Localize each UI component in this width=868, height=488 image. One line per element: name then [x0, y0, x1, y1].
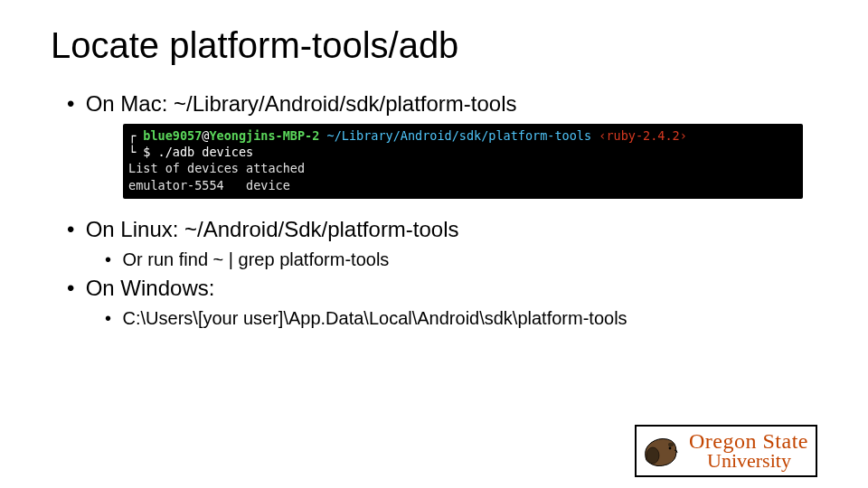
bullet-windows: • On Windows: — [67, 276, 817, 301]
bullet-windows-sub: • C:\Users\[your user]\App.Data\Local\An… — [105, 308, 817, 329]
bullet-dot-icon: • — [105, 308, 118, 329]
svg-point-1 — [646, 447, 659, 464]
prompt-bracket-icon: ┌ — [128, 128, 143, 143]
bullet-linux-text: On Linux: ~/Android/Sdk/platform-tools — [86, 217, 459, 241]
bullet-mac-text: On Mac: ~/Library/Android/sdk/platform-t… — [86, 91, 517, 116]
terminal-screenshot: ┌ blue9057@Yeongjins-MBP-2 ~/Library/And… — [123, 124, 803, 199]
terminal-path: ~/Library/Android/sdk/platform-tools — [327, 128, 592, 143]
bullet-dot-icon: • — [105, 249, 118, 270]
bullet-mac: • On Mac: ~/Library/Android/sdk/platform… — [67, 91, 817, 117]
bullet-dot-icon: • — [67, 91, 80, 117]
bullet-linux-sub: • Or run find ~ | grep platform-tools — [105, 249, 817, 270]
university-logo: Oregon State University — [635, 425, 817, 477]
svg-point-2 — [668, 443, 674, 446]
slide-title: Locate platform-tools/adb — [51, 25, 817, 66]
terminal-host: Yeongjins-MBP-2 — [209, 128, 319, 143]
prompt-corner-icon: └ — [128, 145, 143, 159]
beaver-icon — [640, 430, 682, 472]
slide: Locate platform-tools/adb • On Mac: ~/Li… — [0, 0, 868, 488]
bullet-windows-text: On Windows: — [86, 276, 215, 300]
terminal-cmd: ./adb devices — [158, 145, 254, 159]
terminal-ruby: ruby-2.4.2 — [606, 128, 679, 143]
bullet-dot-icon: • — [67, 276, 80, 301]
logo-text: Oregon State University — [689, 431, 808, 471]
terminal-output-2: emulator-5554 device — [128, 178, 290, 192]
bullet-linux: • On Linux: ~/Android/Sdk/platform-tools — [67, 217, 817, 242]
terminal-ruby-close: › — [680, 128, 687, 143]
svg-point-3 — [669, 447, 672, 450]
logo-line2: University — [707, 452, 808, 471]
terminal-user: blue9057 — [143, 128, 202, 143]
bullet-dot-icon: • — [67, 217, 80, 242]
terminal-prompt: $ — [143, 145, 157, 159]
bullet-windows-sub-text: C:\Users\[your user]\App.Data\Local\Andr… — [123, 308, 627, 328]
terminal-output-1: List of devices attached — [128, 161, 305, 175]
bullet-linux-sub-text: Or run find ~ | grep platform-tools — [123, 249, 390, 269]
